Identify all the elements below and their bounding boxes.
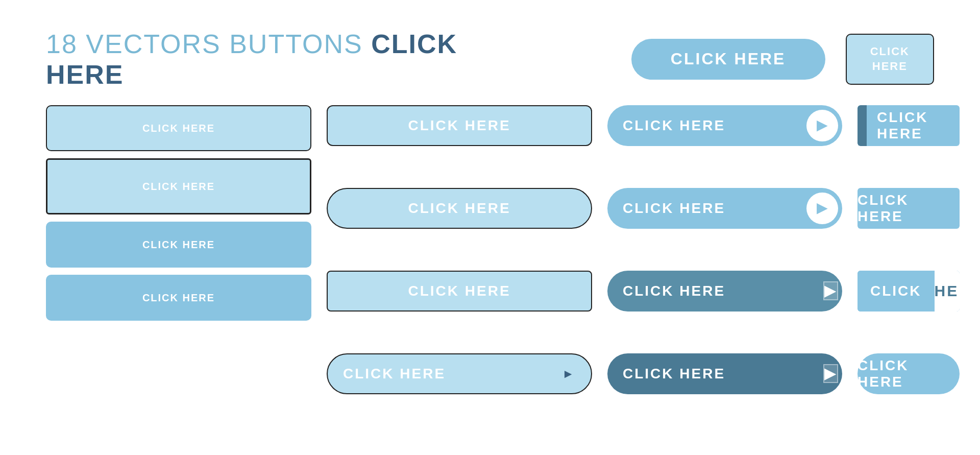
title-normal: 18 VECTORS BUTTONS [46, 29, 371, 59]
arrow-icon: ▶ [817, 117, 828, 133]
btn-col1-row1[interactable]: CLICK HERE [327, 105, 592, 146]
btn-col3-row3[interactable]: CLICK HERE [857, 271, 960, 312]
btn-label: CLICK HERE [408, 200, 510, 217]
arrow-icon: ▶ [817, 200, 828, 216]
split-left: CLICK [857, 271, 935, 312]
btn-label: CLICK HERE [623, 200, 725, 217]
arrow-icon: ▶ [824, 366, 837, 381]
btn-label: CLICK HERE [623, 366, 725, 382]
btn-label: CLICK HERE [142, 180, 215, 193]
btn-col3-row4[interactable]: CLICK HERE [857, 353, 960, 394]
btn-col3-row1[interactable]: CLICK HERE [857, 105, 960, 146]
btn-top-right-small[interactable]: CLICK HERE [846, 34, 934, 85]
btn-label: CLICK HERE [142, 291, 215, 304]
btn-col2-row3[interactable]: CLICK HERE ▶ [607, 271, 842, 312]
arrow-icon: ► [562, 367, 576, 381]
col4: CLICK HERE CLICK HERE CLICK HERE CLICK H… [46, 105, 311, 427]
btn-col4-row1[interactable]: CLICK HERE [46, 105, 311, 151]
btn-col2-row4[interactable]: CLICK HERE ▶ [607, 353, 842, 394]
cursor-circle: ▶ [823, 364, 838, 383]
btn-col1-row4[interactable]: CLICK HERE ► [327, 353, 592, 394]
cursor-circle: ▶ [806, 110, 838, 141]
btn-col4-row4[interactable]: CLICK HERE [46, 275, 311, 321]
btn-label: CLICK HERE [857, 192, 960, 225]
btn-col4-row2[interactable]: CLICK HERE [46, 158, 311, 214]
btn-col4-row3[interactable]: CLICK HERE [46, 222, 311, 268]
accent-bar [857, 105, 867, 146]
btn-label: CLICK HERE [877, 109, 960, 142]
btn-label: CLICK HERE [857, 357, 960, 390]
btn-label: CLICK HERE [623, 283, 725, 299]
main-grid: CLICK HERE CLICK HERE ▶ CLICK HERE CLICK… [46, 105, 934, 427]
header-row: 18 VECTORS BUTTONS CLICK HERE CLICK HERE… [46, 29, 934, 90]
btn-col2-row1[interactable]: CLICK HERE ▶ [607, 105, 842, 146]
btn-label: CLICK HERE [852, 44, 928, 74]
page-container: 18 VECTORS BUTTONS CLICK HERE CLICK HERE… [26, 18, 954, 437]
btn-label: CLICK HERE [671, 50, 786, 68]
btn-label: CLICK HERE [142, 238, 215, 251]
btn-label: CLICK HERE [343, 366, 446, 382]
btn-label: CLICK HERE [408, 117, 510, 134]
btn-col1-row2[interactable]: CLICK HERE [327, 188, 592, 229]
btn-col2-row2[interactable]: CLICK HERE ▶ [607, 188, 842, 229]
cursor-circle: ▶ [806, 193, 838, 224]
btn-label: CLICK HERE [623, 117, 725, 134]
btn-col1-row3[interactable]: CLICK HERE [327, 271, 592, 312]
btn-label: CLICK HERE [142, 122, 215, 135]
btn-label-here: HERE [935, 282, 960, 300]
page-title: 18 VECTORS BUTTONS CLICK HERE [46, 29, 540, 90]
btn-label: CLICK HERE [408, 283, 510, 299]
arrow-icon: ▶ [824, 283, 837, 299]
btn-col3-row2[interactable]: CLICK HERE [857, 188, 960, 229]
cursor-circle: ▶ [823, 281, 838, 300]
btn-top-center-pill[interactable]: CLICK HERE [631, 39, 825, 80]
btn-label-click: CLICK [870, 283, 922, 299]
split-right: HERE [935, 271, 960, 312]
